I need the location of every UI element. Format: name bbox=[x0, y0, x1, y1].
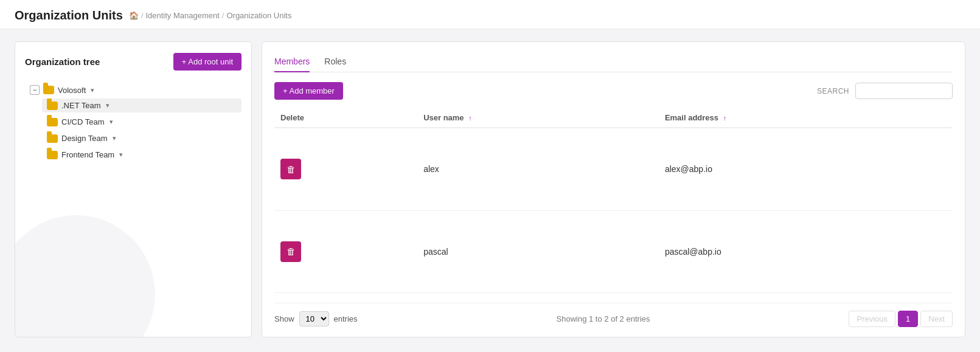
tab-members[interactable]: Members bbox=[274, 52, 310, 72]
col-header-delete: Delete bbox=[274, 108, 417, 128]
tree-label-design: Design Team bbox=[61, 134, 108, 143]
members-toolbar: + Add member SEARCH bbox=[274, 82, 953, 100]
table-row: 🗑 alex alex@abp.io bbox=[274, 128, 953, 210]
search-input[interactable] bbox=[855, 83, 953, 99]
caret-icon-volosoft: ▾ bbox=[91, 86, 94, 94]
col-header-username: User name ↑ bbox=[417, 108, 659, 128]
page-header: Organization Units 🏠 / Identity Manageme… bbox=[0, 0, 980, 29]
showing-info: Showing 1 to 2 of 2 entries bbox=[557, 314, 650, 323]
search-area: SEARCH bbox=[817, 83, 953, 99]
previous-button[interactable]: Previous bbox=[849, 311, 895, 327]
add-root-unit-button[interactable]: + Add root unit bbox=[173, 53, 242, 71]
tab-roles[interactable]: Roles bbox=[324, 52, 346, 72]
breadcrumb: 🏠 / Identity Management / Organization U… bbox=[129, 11, 292, 20]
tree-row-volosoft[interactable]: − Volosoft ▾ bbox=[25, 83, 242, 97]
members-table: Delete User name ↑ Email address ↑ 🗑 bbox=[274, 108, 953, 293]
page-1-button[interactable]: 1 bbox=[898, 311, 918, 327]
tree-row-dotnet[interactable]: .NET Team ▾ bbox=[42, 98, 242, 112]
col-header-email: Email address ↑ bbox=[659, 108, 953, 128]
panel-title: Organization tree bbox=[25, 57, 100, 67]
org-tree-panel: Organization tree + Add root unit − Volo… bbox=[15, 41, 252, 337]
tree-label-dotnet: .NET Team bbox=[61, 101, 101, 110]
entries-label: entries bbox=[334, 314, 358, 323]
tree-item-dotnet: .NET Team ▾ bbox=[42, 97, 242, 114]
tree-children-volosoft: .NET Team ▾ CI/CD Team ▾ bbox=[25, 97, 242, 163]
table-head: Delete User name ↑ Email address ↑ bbox=[274, 108, 953, 128]
delete-button-alex[interactable]: 🗑 bbox=[280, 159, 301, 179]
folder-icon-dotnet bbox=[47, 102, 58, 110]
email-cell-alex: alex@abp.io bbox=[659, 128, 953, 210]
username-cell-pascal: pascal bbox=[417, 210, 659, 292]
delete-cell-alex: 🗑 bbox=[274, 128, 417, 210]
folder-icon-frontend bbox=[47, 151, 58, 159]
show-label: Show bbox=[274, 314, 294, 323]
home-icon: 🏠 bbox=[129, 11, 139, 20]
collapse-icon: − bbox=[30, 85, 40, 95]
folder-icon-volosoft bbox=[43, 86, 54, 94]
tree-item-design: Design Team ▾ bbox=[42, 130, 242, 147]
breadcrumb-item-2: Organization Units bbox=[226, 11, 291, 20]
sort-arrow-username[interactable]: ↑ bbox=[468, 114, 472, 122]
tree-label-cicd: CI/CD Team bbox=[61, 117, 105, 126]
tab-bar: Members Roles bbox=[274, 52, 953, 72]
tree-item-frontend: Frontend Team ▾ bbox=[42, 147, 242, 163]
table-header-row: Delete User name ↑ Email address ↑ bbox=[274, 108, 953, 128]
entries-per-page-select[interactable]: 10 25 50 bbox=[299, 311, 329, 326]
members-panel: Members Roles + Add member SEARCH Delete… bbox=[262, 41, 965, 337]
tree-item-cicd: CI/CD Team ▾ bbox=[42, 114, 242, 130]
caret-icon-dotnet: ▾ bbox=[106, 102, 109, 109]
add-member-button[interactable]: + Add member bbox=[274, 82, 343, 100]
folder-icon-design bbox=[47, 134, 58, 143]
page-title: Organization Units bbox=[15, 9, 123, 22]
tree-label-frontend: Frontend Team bbox=[61, 150, 114, 159]
folder-icon-cicd bbox=[47, 118, 58, 126]
caret-icon-cicd: ▾ bbox=[109, 118, 113, 126]
table-body: 🗑 alex alex@abp.io 🗑 pascal pascal@abp.i… bbox=[274, 128, 953, 293]
main-layout: Organization tree + Add root unit − Volo… bbox=[0, 29, 980, 350]
username-cell-alex: alex bbox=[417, 128, 659, 210]
pagination-bar: Show 10 25 50 entries Showing 1 to 2 of … bbox=[274, 303, 953, 327]
table-row: 🗑 pascal pascal@abp.io bbox=[274, 210, 953, 292]
caret-icon-design: ▾ bbox=[113, 134, 116, 142]
breadcrumb-item-1: Identity Management bbox=[145, 11, 219, 20]
pagination-controls: Previous 1 Next bbox=[849, 311, 953, 327]
show-entries: Show 10 25 50 entries bbox=[274, 311, 358, 326]
tree-label-volosoft: Volosoft bbox=[58, 86, 86, 95]
breadcrumb-sep: / bbox=[141, 11, 144, 20]
caret-icon-frontend: ▾ bbox=[119, 151, 123, 159]
delete-button-pascal[interactable]: 🗑 bbox=[280, 241, 301, 262]
tree-row-cicd[interactable]: CI/CD Team ▾ bbox=[42, 115, 242, 129]
next-button[interactable]: Next bbox=[920, 311, 953, 327]
search-label: SEARCH bbox=[817, 87, 849, 95]
tree-row-design[interactable]: Design Team ▾ bbox=[42, 131, 242, 145]
tree-item-volosoft: − Volosoft ▾ .NET Team ▾ bbox=[25, 80, 242, 165]
panel-header: Organization tree + Add root unit bbox=[25, 53, 242, 71]
sort-arrow-email[interactable]: ↑ bbox=[723, 114, 727, 122]
org-tree: − Volosoft ▾ .NET Team ▾ bbox=[25, 80, 242, 165]
delete-cell-pascal: 🗑 bbox=[274, 210, 417, 292]
email-cell-pascal: pascal@abp.io bbox=[659, 210, 953, 292]
tree-row-frontend[interactable]: Frontend Team ▾ bbox=[42, 148, 242, 162]
breadcrumb-sep-2: / bbox=[222, 11, 224, 20]
